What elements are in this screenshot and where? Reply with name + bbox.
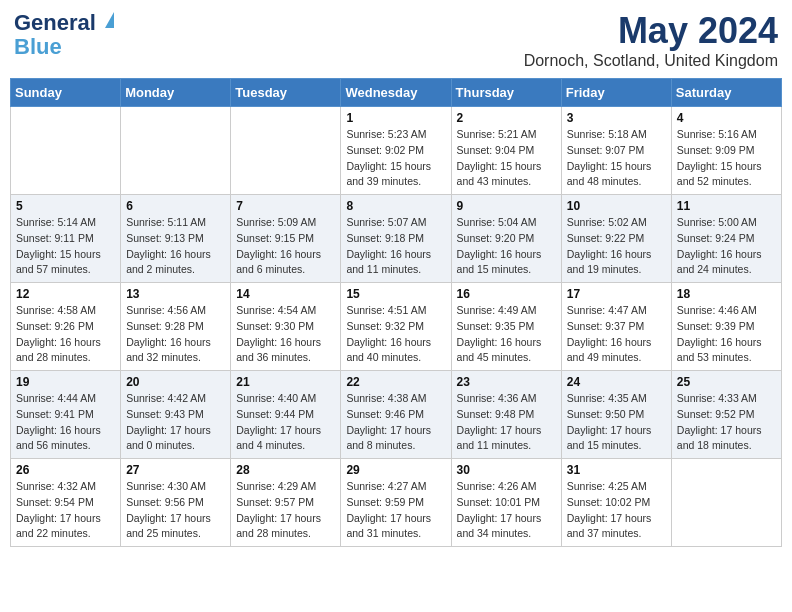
calendar-cell xyxy=(671,459,781,547)
logo-general: General xyxy=(14,10,96,35)
day-number: 13 xyxy=(126,287,225,301)
day-number: 3 xyxy=(567,111,666,125)
calendar-cell: 4Sunrise: 5:16 AMSunset: 9:09 PMDaylight… xyxy=(671,107,781,195)
weekday-sunday: Sunday xyxy=(11,79,121,107)
day-number: 6 xyxy=(126,199,225,213)
calendar-week-row: 1Sunrise: 5:23 AMSunset: 9:02 PMDaylight… xyxy=(11,107,782,195)
day-info: Sunrise: 4:30 AMSunset: 9:56 PMDaylight:… xyxy=(126,479,225,542)
day-number: 30 xyxy=(457,463,556,477)
day-info: Sunrise: 4:32 AMSunset: 9:54 PMDaylight:… xyxy=(16,479,115,542)
day-info: Sunrise: 4:26 AMSunset: 10:01 PMDaylight… xyxy=(457,479,556,542)
day-info: Sunrise: 4:29 AMSunset: 9:57 PMDaylight:… xyxy=(236,479,335,542)
day-info: Sunrise: 4:56 AMSunset: 9:28 PMDaylight:… xyxy=(126,303,225,366)
logo-blue: Blue xyxy=(14,34,62,60)
day-info: Sunrise: 4:38 AMSunset: 9:46 PMDaylight:… xyxy=(346,391,445,454)
calendar-cell: 22Sunrise: 4:38 AMSunset: 9:46 PMDayligh… xyxy=(341,371,451,459)
logo: General Blue xyxy=(14,10,96,60)
calendar-cell: 18Sunrise: 4:46 AMSunset: 9:39 PMDayligh… xyxy=(671,283,781,371)
day-info: Sunrise: 4:36 AMSunset: 9:48 PMDaylight:… xyxy=(457,391,556,454)
calendar-cell: 17Sunrise: 4:47 AMSunset: 9:37 PMDayligh… xyxy=(561,283,671,371)
day-number: 16 xyxy=(457,287,556,301)
weekday-wednesday: Wednesday xyxy=(341,79,451,107)
calendar-cell: 7Sunrise: 5:09 AMSunset: 9:15 PMDaylight… xyxy=(231,195,341,283)
calendar-cell: 2Sunrise: 5:21 AMSunset: 9:04 PMDaylight… xyxy=(451,107,561,195)
day-info: Sunrise: 5:02 AMSunset: 9:22 PMDaylight:… xyxy=(567,215,666,278)
day-number: 20 xyxy=(126,375,225,389)
day-info: Sunrise: 4:35 AMSunset: 9:50 PMDaylight:… xyxy=(567,391,666,454)
calendar-cell: 10Sunrise: 5:02 AMSunset: 9:22 PMDayligh… xyxy=(561,195,671,283)
calendar-cell: 19Sunrise: 4:44 AMSunset: 9:41 PMDayligh… xyxy=(11,371,121,459)
weekday-tuesday: Tuesday xyxy=(231,79,341,107)
day-info: Sunrise: 4:46 AMSunset: 9:39 PMDaylight:… xyxy=(677,303,776,366)
day-info: Sunrise: 5:14 AMSunset: 9:11 PMDaylight:… xyxy=(16,215,115,278)
calendar-cell: 11Sunrise: 5:00 AMSunset: 9:24 PMDayligh… xyxy=(671,195,781,283)
calendar-cell: 27Sunrise: 4:30 AMSunset: 9:56 PMDayligh… xyxy=(121,459,231,547)
calendar-cell: 5Sunrise: 5:14 AMSunset: 9:11 PMDaylight… xyxy=(11,195,121,283)
day-number: 24 xyxy=(567,375,666,389)
weekday-friday: Friday xyxy=(561,79,671,107)
day-info: Sunrise: 5:23 AMSunset: 9:02 PMDaylight:… xyxy=(346,127,445,190)
calendar-cell: 14Sunrise: 4:54 AMSunset: 9:30 PMDayligh… xyxy=(231,283,341,371)
day-number: 28 xyxy=(236,463,335,477)
calendar-cell: 28Sunrise: 4:29 AMSunset: 9:57 PMDayligh… xyxy=(231,459,341,547)
page-header: General Blue May 2024 Dornoch, Scotland,… xyxy=(10,10,782,70)
calendar-week-row: 19Sunrise: 4:44 AMSunset: 9:41 PMDayligh… xyxy=(11,371,782,459)
day-info: Sunrise: 5:09 AMSunset: 9:15 PMDaylight:… xyxy=(236,215,335,278)
calendar-table: SundayMondayTuesdayWednesdayThursdayFrid… xyxy=(10,78,782,547)
day-number: 7 xyxy=(236,199,335,213)
weekday-header-row: SundayMondayTuesdayWednesdayThursdayFrid… xyxy=(11,79,782,107)
calendar-cell: 13Sunrise: 4:56 AMSunset: 9:28 PMDayligh… xyxy=(121,283,231,371)
day-info: Sunrise: 4:49 AMSunset: 9:35 PMDaylight:… xyxy=(457,303,556,366)
day-info: Sunrise: 4:27 AMSunset: 9:59 PMDaylight:… xyxy=(346,479,445,542)
day-number: 14 xyxy=(236,287,335,301)
day-info: Sunrise: 4:42 AMSunset: 9:43 PMDaylight:… xyxy=(126,391,225,454)
day-number: 4 xyxy=(677,111,776,125)
calendar-week-row: 12Sunrise: 4:58 AMSunset: 9:26 PMDayligh… xyxy=(11,283,782,371)
calendar-cell xyxy=(231,107,341,195)
day-info: Sunrise: 5:16 AMSunset: 9:09 PMDaylight:… xyxy=(677,127,776,190)
day-info: Sunrise: 4:25 AMSunset: 10:02 PMDaylight… xyxy=(567,479,666,542)
day-number: 23 xyxy=(457,375,556,389)
calendar-cell: 15Sunrise: 4:51 AMSunset: 9:32 PMDayligh… xyxy=(341,283,451,371)
calendar-week-row: 5Sunrise: 5:14 AMSunset: 9:11 PMDaylight… xyxy=(11,195,782,283)
calendar-cell: 16Sunrise: 4:49 AMSunset: 9:35 PMDayligh… xyxy=(451,283,561,371)
calendar-cell: 25Sunrise: 4:33 AMSunset: 9:52 PMDayligh… xyxy=(671,371,781,459)
weekday-monday: Monday xyxy=(121,79,231,107)
day-info: Sunrise: 5:21 AMSunset: 9:04 PMDaylight:… xyxy=(457,127,556,190)
day-number: 19 xyxy=(16,375,115,389)
day-info: Sunrise: 4:47 AMSunset: 9:37 PMDaylight:… xyxy=(567,303,666,366)
page-title: May 2024 xyxy=(524,10,778,52)
day-number: 10 xyxy=(567,199,666,213)
day-number: 2 xyxy=(457,111,556,125)
calendar-cell: 20Sunrise: 4:42 AMSunset: 9:43 PMDayligh… xyxy=(121,371,231,459)
day-info: Sunrise: 5:07 AMSunset: 9:18 PMDaylight:… xyxy=(346,215,445,278)
day-info: Sunrise: 5:04 AMSunset: 9:20 PMDaylight:… xyxy=(457,215,556,278)
day-number: 1 xyxy=(346,111,445,125)
day-info: Sunrise: 5:00 AMSunset: 9:24 PMDaylight:… xyxy=(677,215,776,278)
calendar-cell: 26Sunrise: 4:32 AMSunset: 9:54 PMDayligh… xyxy=(11,459,121,547)
weekday-saturday: Saturday xyxy=(671,79,781,107)
day-info: Sunrise: 4:44 AMSunset: 9:41 PMDaylight:… xyxy=(16,391,115,454)
day-info: Sunrise: 5:11 AMSunset: 9:13 PMDaylight:… xyxy=(126,215,225,278)
calendar-cell: 3Sunrise: 5:18 AMSunset: 9:07 PMDaylight… xyxy=(561,107,671,195)
day-number: 29 xyxy=(346,463,445,477)
day-number: 31 xyxy=(567,463,666,477)
calendar-week-row: 26Sunrise: 4:32 AMSunset: 9:54 PMDayligh… xyxy=(11,459,782,547)
day-number: 12 xyxy=(16,287,115,301)
day-number: 5 xyxy=(16,199,115,213)
day-number: 17 xyxy=(567,287,666,301)
day-info: Sunrise: 5:18 AMSunset: 9:07 PMDaylight:… xyxy=(567,127,666,190)
day-info: Sunrise: 4:54 AMSunset: 9:30 PMDaylight:… xyxy=(236,303,335,366)
day-number: 11 xyxy=(677,199,776,213)
day-info: Sunrise: 4:40 AMSunset: 9:44 PMDaylight:… xyxy=(236,391,335,454)
day-number: 26 xyxy=(16,463,115,477)
day-info: Sunrise: 4:33 AMSunset: 9:52 PMDaylight:… xyxy=(677,391,776,454)
day-number: 18 xyxy=(677,287,776,301)
calendar-cell: 1Sunrise: 5:23 AMSunset: 9:02 PMDaylight… xyxy=(341,107,451,195)
day-number: 22 xyxy=(346,375,445,389)
calendar-cell: 29Sunrise: 4:27 AMSunset: 9:59 PMDayligh… xyxy=(341,459,451,547)
calendar-cell: 31Sunrise: 4:25 AMSunset: 10:02 PMDaylig… xyxy=(561,459,671,547)
calendar-cell xyxy=(11,107,121,195)
weekday-thursday: Thursday xyxy=(451,79,561,107)
logo-triangle-icon xyxy=(105,12,114,28)
